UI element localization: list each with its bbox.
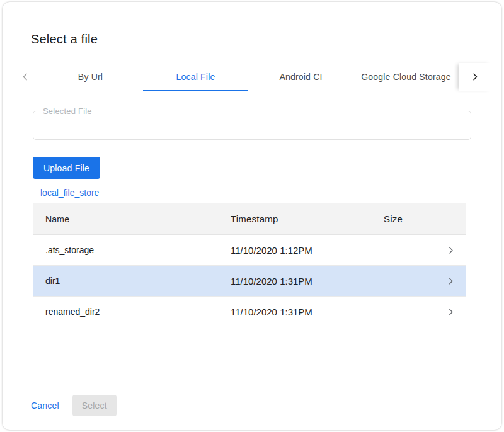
chevron-right-icon <box>470 72 480 82</box>
header-name: Name <box>33 214 231 224</box>
row-name: .ats_storage <box>33 245 231 255</box>
table-body: .ats_storage 11/10/2020 1:12PM dir1 11/1… <box>33 235 466 327</box>
selected-file-field: Selected File <box>33 111 471 140</box>
chevron-left-icon <box>20 72 30 82</box>
select-button[interactable]: Select <box>72 395 117 416</box>
row-name: renamed_dir2 <box>33 307 231 317</box>
dialog-actions: Cancel Select <box>31 395 117 416</box>
tab-android-ci[interactable]: Android CI <box>248 63 353 91</box>
row-name: dir1 <box>33 276 231 286</box>
local-file-store-link[interactable]: local_file_store <box>40 188 99 198</box>
tab-google-cloud-storage[interactable]: Google Cloud Storage <box>353 63 459 91</box>
header-size: Size <box>384 213 435 224</box>
chevron-right-icon[interactable] <box>435 276 466 286</box>
selected-file-input[interactable] <box>33 111 471 139</box>
chevron-right-icon[interactable] <box>435 246 466 255</box>
dialog-title: Select a file <box>31 31 501 47</box>
select-file-dialog: Select a file By Url Local File Android … <box>3 2 501 430</box>
table-row[interactable]: .ats_storage 11/10/2020 1:12PM <box>33 235 466 266</box>
table-row[interactable]: dir1 11/10/2020 1:31PM <box>33 266 466 297</box>
table-header-row: Name Timestamp Size <box>33 203 466 235</box>
dialog-content: Selected File Upload File local_file_sto… <box>3 111 501 327</box>
tabs: By Url Local File Android CI Google Clou… <box>38 63 459 91</box>
file-table: Name Timestamp Size .ats_storage 11/10/2… <box>33 203 466 327</box>
tab-by-url[interactable]: By Url <box>38 63 143 91</box>
tabs-scroll-left-button[interactable] <box>13 63 38 91</box>
header-timestamp: Timestamp <box>231 213 384 224</box>
upload-file-button[interactable]: Upload File <box>33 157 100 179</box>
cancel-button[interactable]: Cancel <box>31 395 59 416</box>
tabs-scroll-right-button[interactable] <box>459 63 491 91</box>
row-timestamp: 11/10/2020 1:12PM <box>231 245 384 256</box>
tab-local-file[interactable]: Local File <box>143 63 248 91</box>
table-row[interactable]: renamed_dir2 11/10/2020 1:31PM <box>33 297 466 327</box>
row-timestamp: 11/10/2020 1:31PM <box>231 276 384 287</box>
tab-bar: By Url Local File Android CI Google Clou… <box>13 63 491 91</box>
selected-file-label: Selected File <box>40 106 95 116</box>
chevron-right-icon[interactable] <box>435 307 466 317</box>
row-timestamp: 11/10/2020 1:31PM <box>231 307 384 317</box>
